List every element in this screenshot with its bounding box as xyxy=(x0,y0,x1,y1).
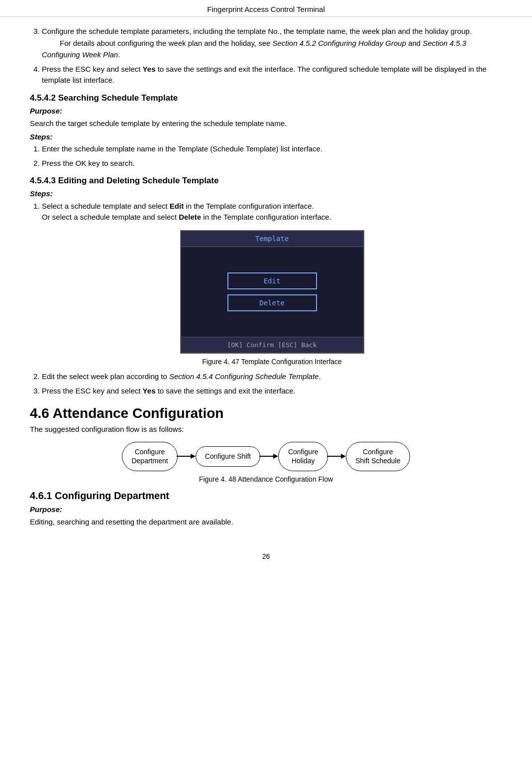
section-452-steps-label: Steps: xyxy=(30,131,502,142)
section-461-purpose-text: Editing, searching and resetting the dep… xyxy=(30,516,502,527)
list-item-4: Press the ESC key and select Yes to save… xyxy=(42,64,502,86)
section-453-steps: Select a schedule template and select Ed… xyxy=(42,201,502,397)
page-number: 26 xyxy=(0,544,532,565)
list-item: Enter the schedule template name in the … xyxy=(42,143,502,155)
figure-48-caption: Figure 4. 48 Attendance Configuration Fl… xyxy=(30,475,502,483)
svg-marker-1 xyxy=(191,454,196,459)
flow-arrow-2 xyxy=(259,449,279,464)
section-453-heading: 4.5.4.3 Editing and Deleting Schedule Te… xyxy=(30,176,502,186)
section-461-heading: 4.6.1 Configuring Department xyxy=(30,490,502,502)
list-item-1: Select a schedule template and select Ed… xyxy=(42,201,502,368)
svg-marker-3 xyxy=(273,454,278,459)
section-46-intro: The suggested configuration flow is as f… xyxy=(30,423,502,435)
page-title: Fingerprint Access Control Terminal xyxy=(0,0,532,17)
terminal-footer: [OK] Confirm [ESC] Back xyxy=(181,337,363,353)
section-461-purpose-label: Purpose: xyxy=(30,504,502,515)
section-46-heading: 4.6 Attendance Configuration xyxy=(30,405,502,421)
section-453-steps-label: Steps: xyxy=(30,188,502,199)
flow-box-shift-schedule: ConfigureShift Schedule xyxy=(346,442,410,471)
flow-box-holiday: ConfigureHoliday xyxy=(278,442,328,471)
section-452-purpose-text: Search the target schedule template by e… xyxy=(30,118,502,129)
terminal-screen: Template Edit Delete [OK] Confirm [ESC] … xyxy=(180,230,364,354)
terminal-figure: Template Edit Delete [OK] Confirm [ESC] … xyxy=(42,230,502,368)
list-item: Press the OK key to search. xyxy=(42,158,502,169)
svg-marker-5 xyxy=(341,454,346,459)
list-item-2: Edit the select week plan according to S… xyxy=(42,371,502,383)
flow-diagram: ConfigureDepartment Configure Shift Conf… xyxy=(30,442,502,471)
section-452-heading: 4.5.4.2 Searching Schedule Template xyxy=(30,93,502,103)
list-item-3: Configure the schedule template paramete… xyxy=(42,26,502,61)
section-452-purpose-label: Purpose: xyxy=(30,105,502,117)
flow-box-shift: Configure Shift xyxy=(196,446,261,466)
figure-47-caption: Figure 4. 47 Template Configuration Inte… xyxy=(42,357,502,367)
flow-box-department: ConfigureDepartment xyxy=(122,442,177,471)
terminal-edit-btn[interactable]: Edit xyxy=(227,272,317,289)
flow-arrow-1 xyxy=(177,449,197,464)
list-item-3: Press the ESC key and select Yes to save… xyxy=(42,386,502,397)
intro-list: Configure the schedule template paramete… xyxy=(42,26,502,86)
terminal-delete-btn[interactable]: Delete xyxy=(227,294,317,311)
terminal-body: Edit Delete xyxy=(181,247,363,337)
section-452-steps: Enter the schedule template name in the … xyxy=(42,143,502,169)
flow-arrow-3 xyxy=(327,449,347,464)
terminal-title: Template xyxy=(181,231,363,247)
main-content: Configure the schedule template paramete… xyxy=(0,17,532,544)
